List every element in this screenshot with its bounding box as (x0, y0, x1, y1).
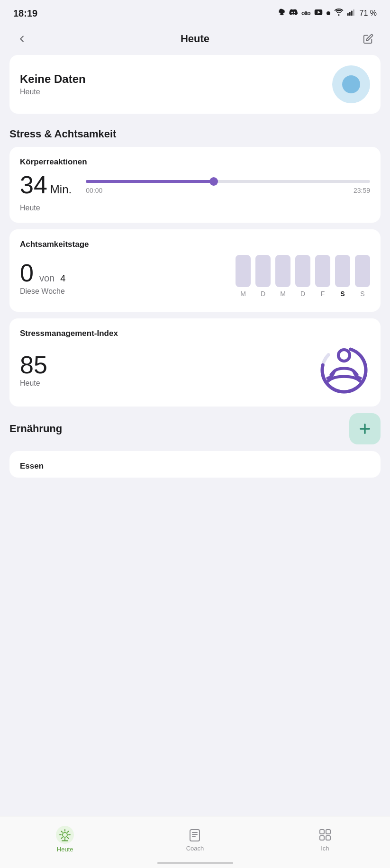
svg-point-8 (338, 350, 350, 361)
home-indicator (157, 862, 233, 864)
no-data-circle (332, 65, 370, 103)
acht-value: 0 (20, 261, 34, 285)
wifi-icon (334, 9, 344, 18)
svg-line-16 (68, 838, 69, 839)
ernaehrung-section: Ernährung Essen (9, 413, 381, 478)
no-data-subtitle: Heute (20, 88, 86, 96)
koerper-unit: Min. (50, 183, 72, 196)
acht-of: von (39, 273, 54, 284)
svg-line-18 (68, 832, 69, 832)
edit-button[interactable] (358, 28, 379, 49)
svg-rect-2 (347, 13, 349, 16)
slider-track (86, 180, 370, 183)
discord-icon (289, 8, 298, 18)
svg-line-17 (62, 838, 63, 839)
slider-fill (86, 180, 214, 183)
page-title: Heute (181, 33, 209, 45)
ich-nav-icon (317, 827, 333, 843)
acht-bar-f: F (315, 255, 330, 298)
slider-thumb (209, 177, 218, 186)
coach-nav-icon (187, 827, 203, 843)
svg-point-19 (63, 832, 67, 837)
nav-item-heute[interactable]: Heute (0, 816, 130, 859)
essen-title: Essen (20, 461, 370, 471)
top-navigation: Heute (0, 25, 390, 55)
acht-bar-d2: D (295, 255, 310, 298)
signal-icon (347, 9, 356, 18)
svg-line-15 (62, 832, 63, 832)
nav-ich-label: Ich (321, 845, 329, 852)
no-data-card: Keine Daten Heute (9, 55, 381, 114)
acht-bars: M D M D F (236, 255, 370, 298)
stress-index-title: Stressmanagement-Index (20, 329, 370, 338)
nav-item-ich[interactable]: Ich (260, 816, 390, 859)
svg-rect-3 (349, 12, 351, 16)
ernaehrung-section-header: Ernährung (9, 423, 62, 435)
stress-circle (318, 344, 370, 396)
acht-total: 4 (60, 273, 65, 284)
koerperreaktionen-title: Körperreaktionen (20, 157, 370, 167)
status-bar: 18:19 otto 71 % (0, 0, 390, 25)
koerper-value: 34 (20, 171, 47, 199)
stress-index-card: Stressmanagement-Index 85 Heute (9, 318, 381, 407)
acht-bar-m2: M (275, 255, 290, 298)
slider-start: 00:00 (86, 187, 102, 194)
acht-bar-s1: S (335, 255, 350, 298)
koerper-date: Heute (20, 204, 370, 212)
plus-icon (357, 421, 372, 436)
nav-coach-label: Coach (186, 845, 204, 852)
stress-section-header: Stress & Achtsamkeit (9, 128, 381, 140)
svg-rect-4 (351, 10, 353, 16)
notification-dot (327, 11, 330, 15)
svg-rect-26 (326, 830, 330, 834)
battery-indicator: 71 % (360, 9, 377, 18)
achtsamkeit-card: Achtsamkeitstage 0 von 4 Diese Woche M (9, 229, 381, 312)
achtsamkeit-title: Achtsamkeitstage (20, 240, 370, 249)
svg-rect-28 (326, 836, 330, 840)
acht-bar-s2: S (355, 255, 370, 298)
main-content: Keine Daten Heute Stress & Achtsamkeit K… (0, 55, 390, 530)
snapchat-icon (277, 8, 285, 18)
back-button[interactable] (11, 28, 32, 49)
svg-rect-27 (320, 836, 324, 840)
back-icon (17, 34, 27, 44)
svg-rect-5 (353, 9, 354, 16)
otto-icon: otto (301, 10, 310, 17)
acht-subtitle: Diese Woche (20, 287, 65, 296)
status-icons: otto 71 % (277, 8, 377, 18)
no-data-title: Keine Daten (20, 72, 86, 86)
koerperreaktionen-card: Körperreaktionen 34Min. 00:00 23:59 Heut… (9, 147, 381, 223)
nav-item-coach[interactable]: Coach (130, 816, 260, 859)
svg-rect-21 (190, 830, 200, 841)
stress-value: 85 (20, 353, 47, 377)
acht-bar-m1: M (236, 255, 251, 298)
youtube-icon (314, 9, 323, 18)
add-food-button[interactable] (349, 413, 381, 444)
svg-rect-25 (320, 830, 324, 834)
essen-card: Essen (9, 451, 381, 478)
status-time: 18:19 (13, 8, 37, 19)
edit-icon (363, 34, 373, 44)
stress-date: Heute (20, 379, 47, 388)
koerper-slider[interactable]: 00:00 23:59 (86, 180, 370, 194)
heute-nav-icon (56, 826, 74, 844)
nav-heute-label: Heute (57, 846, 73, 853)
stress-person-icon (318, 343, 370, 398)
slider-end: 23:59 (354, 187, 370, 194)
acht-bar-d1: D (255, 255, 271, 298)
bottom-navigation: Heute Coach Ich (0, 816, 390, 868)
